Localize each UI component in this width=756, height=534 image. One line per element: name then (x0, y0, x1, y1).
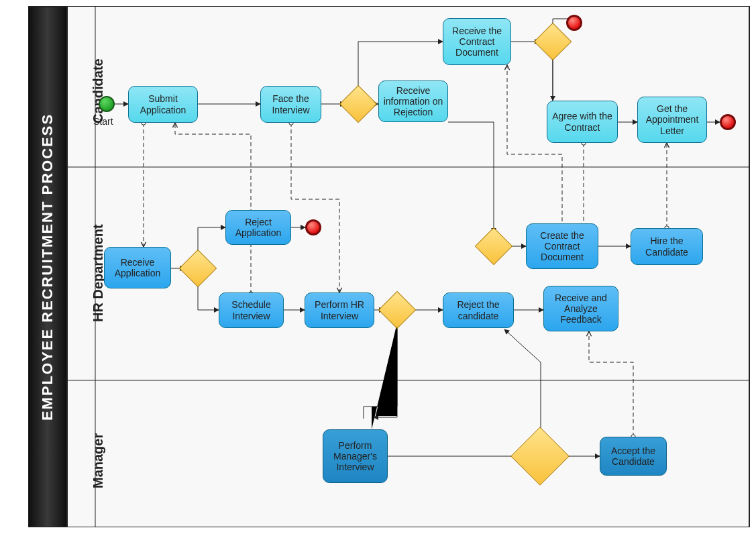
pool-title: EMPLOYEE RECRUITMENT PROCESS (39, 113, 56, 421)
gateway-candidate-2 (534, 23, 572, 61)
task-perform-hr-interview: Perform HR Interview (305, 292, 374, 328)
lane-label-manager: Manager (91, 433, 106, 488)
task-receive-contract: Receive the Contract Document (443, 18, 511, 65)
task-schedule-interview: Schedule Interview (219, 292, 284, 328)
end-event-app-rejected (305, 219, 321, 235)
gateway-hr-1 (179, 250, 217, 288)
task-submit-application: Submit Application (128, 86, 198, 123)
bpmn-diagram: EMPLOYEE RECRUITMENT PROCESS Candidate H… (0, 0, 756, 534)
end-event-contract-reject (566, 15, 582, 31)
lane-label-candidate: Candidate (91, 58, 106, 123)
task-appointment-letter: Get the Appointment Letter (637, 97, 707, 143)
task-receive-application: Receive Application (104, 247, 171, 288)
task-accept-candidate: Accept the Candidate (600, 437, 667, 476)
gateway-candidate-1 (339, 85, 378, 123)
task-agree-contract: Agree with the Contract (547, 101, 618, 143)
task-face-interview: Face the Interview (260, 86, 321, 123)
end-event-success (720, 114, 736, 130)
task-receive-rejection: Receive information on Rejection (378, 81, 448, 122)
task-reject-candidate: Reject the candidate (443, 292, 514, 328)
start-event (99, 96, 115, 112)
task-perform-manager-interview: Perform Manager's Interview (323, 429, 388, 483)
task-reject-application: Reject Application (225, 210, 291, 245)
pool-title-bar: EMPLOYEE RECRUITMENT PROCESS (28, 7, 67, 527)
task-create-contract: Create the Contract Document (526, 223, 598, 269)
task-hire-candidate: Hire the Candidate (631, 228, 703, 265)
gateway-hr-2 (378, 291, 417, 329)
gateway-hr-3 (475, 227, 513, 266)
task-analyze-feedback: Receive and Analyze Feedback (543, 286, 618, 331)
gateway-manager-1 (510, 427, 570, 486)
start-label: Start (93, 116, 113, 127)
